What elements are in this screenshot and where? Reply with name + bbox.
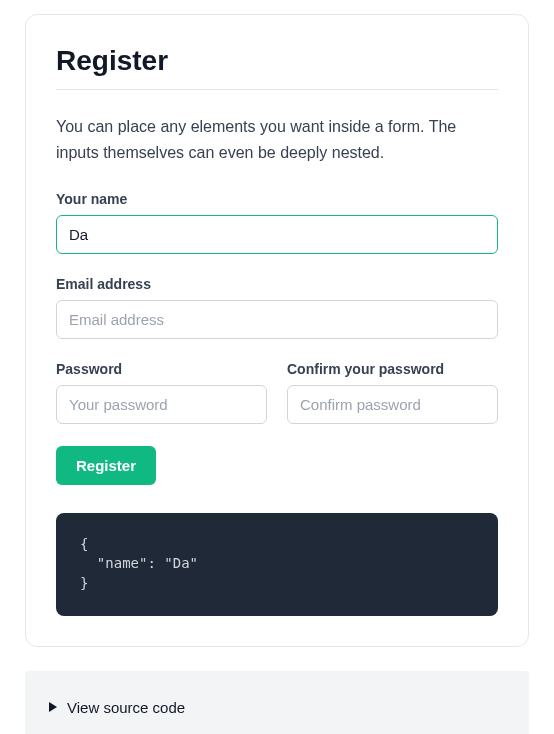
- confirm-password-label: Confirm your password: [287, 361, 498, 377]
- password-row: Password Confirm your password: [56, 361, 498, 446]
- name-input[interactable]: [56, 215, 498, 254]
- password-label: Password: [56, 361, 267, 377]
- register-card: Register You can place any elements you …: [25, 14, 529, 647]
- confirm-password-input[interactable]: [287, 385, 498, 424]
- password-input[interactable]: [56, 385, 267, 424]
- email-input[interactable]: [56, 300, 498, 339]
- code-output: { "name": "Da" }: [56, 513, 498, 616]
- register-button[interactable]: Register: [56, 446, 156, 485]
- confirm-password-field-group: Confirm your password: [287, 361, 498, 424]
- password-field-group: Password: [56, 361, 267, 424]
- name-label: Your name: [56, 191, 498, 207]
- disclosure-triangle-icon: [49, 702, 57, 712]
- view-source-label: View source code: [67, 699, 185, 716]
- name-field-group: Your name: [56, 191, 498, 254]
- form-description: You can place any elements you want insi…: [56, 114, 498, 167]
- email-label: Email address: [56, 276, 498, 292]
- source-code-panel: View source code: [25, 671, 529, 734]
- page-title: Register: [56, 45, 498, 90]
- email-field-group: Email address: [56, 276, 498, 339]
- view-source-toggle[interactable]: View source code: [49, 699, 505, 716]
